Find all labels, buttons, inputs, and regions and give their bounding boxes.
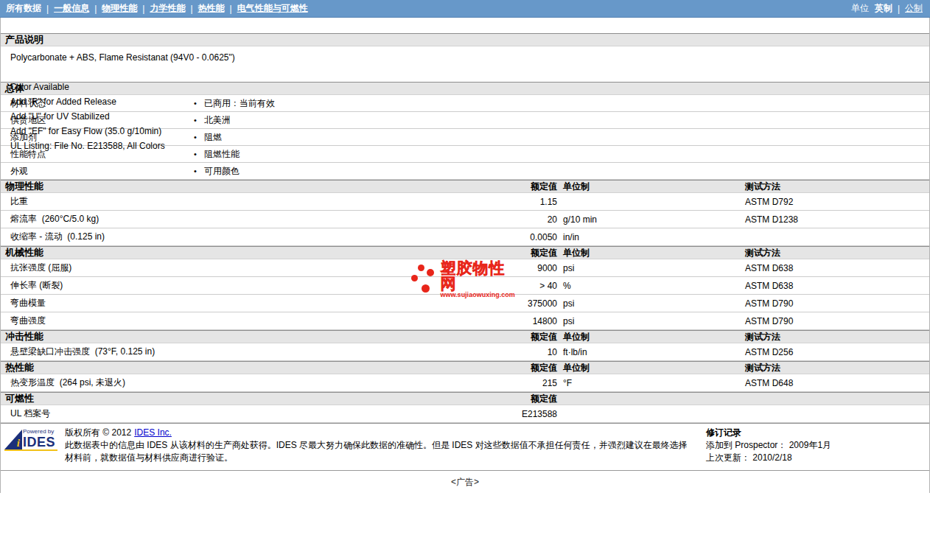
property-sections: 物理性能额定值单位制测试方法比重1.15ASTM D792熔流率 (260°C/… bbox=[1, 180, 929, 423]
revision-record: 修订记录 添加到 Prospector： 2009年1月上次更新： 2010/2… bbox=[706, 427, 923, 464]
property-row: 比重1.15ASTM D792 bbox=[1, 193, 929, 211]
property-name: 收缩率 - 流动 (0.125 in) bbox=[10, 231, 476, 243]
section-title: 热性能 bbox=[5, 361, 476, 374]
bullet-icon: • bbox=[194, 167, 204, 175]
property-method: ASTM D256 bbox=[745, 347, 929, 357]
units-label: 单位 bbox=[851, 2, 869, 15]
ides-logo-text: Powered by IDES bbox=[23, 427, 55, 449]
section-title-product: 产品说明 bbox=[5, 33, 43, 46]
nav-separator: | bbox=[230, 4, 232, 14]
property-value: 14800 bbox=[476, 316, 557, 326]
section-mechanical: 机械性能额定值单位制测试方法抗张强度 (屈服)9000psiASTM D638伸… bbox=[1, 246, 929, 330]
unit-options: 英制|公制 bbox=[875, 2, 923, 15]
bullet-icon: • bbox=[194, 99, 204, 108]
property-row: 弯曲强度14800psiASTM D790 bbox=[1, 312, 929, 330]
property-value: 0.0050 bbox=[476, 232, 557, 242]
bullet-icon: • bbox=[194, 150, 204, 158]
column-header-value: 额定值 bbox=[476, 393, 557, 405]
property-name: 热变形温度 (264 psi, 未退火) bbox=[10, 377, 476, 389]
nav-separator: | bbox=[190, 4, 192, 14]
general-row-value: 北美洲 bbox=[204, 114, 231, 127]
unit-option-1[interactable]: 英制 bbox=[875, 2, 892, 15]
nav-separator: | bbox=[46, 4, 49, 14]
section-title: 冲击性能 bbox=[5, 330, 476, 343]
property-name: 比重 bbox=[10, 195, 476, 208]
section-title: 可燃性 bbox=[5, 392, 476, 405]
property-row: 收缩率 - 流动 (0.125 in)0.0050in/in bbox=[1, 228, 929, 246]
nav-separator: | bbox=[142, 4, 144, 14]
revision-title: 修订记录 bbox=[706, 427, 923, 439]
section-physical: 物理性能额定值单位制测试方法比重1.15ASTM D792熔流率 (260°C/… bbox=[1, 180, 929, 246]
column-header-value: 额定值 bbox=[476, 247, 557, 259]
column-header-value: 额定值 bbox=[476, 331, 557, 343]
revision-line: 上次更新： 2010/2/18 bbox=[706, 452, 923, 464]
ides-logo[interactable]: i Powered by IDES bbox=[4, 427, 57, 451]
column-header-method: 测试方法 bbox=[745, 362, 929, 374]
unit-option-2[interactable]: 公制 bbox=[905, 2, 923, 15]
top-gap bbox=[1, 18, 929, 33]
section-flammability: 可燃性额定值UL 档案号E213588 bbox=[1, 392, 929, 423]
revision-lines: 添加到 Prospector： 2009年1月上次更新： 2010/2/18 bbox=[706, 439, 923, 464]
bullet-icon: • bbox=[194, 116, 204, 125]
column-header-method: 测试方法 bbox=[745, 247, 929, 259]
nav-tab-2[interactable]: 一般信息 bbox=[54, 2, 89, 15]
column-header-unit: 单位制 bbox=[557, 362, 745, 374]
property-method: ASTM D1238 bbox=[745, 214, 929, 225]
column-header-method: 测试方法 bbox=[745, 331, 929, 343]
column-header-value: 额定值 bbox=[476, 181, 557, 193]
nav-tab-5[interactable]: 热性能 bbox=[198, 2, 225, 15]
section-title: 机械性能 bbox=[5, 246, 476, 259]
general-row-value: 阻燃性能 bbox=[204, 148, 240, 161]
ides-triangle-icon: i bbox=[4, 430, 22, 449]
general-row: 性能特点•阻燃性能 bbox=[1, 146, 929, 163]
unit-switcher: 单位 英制|公制 bbox=[851, 2, 923, 15]
property-name: 弯曲强度 bbox=[10, 315, 476, 327]
property-row: 熔流率 (260°C/5.0 kg)20g/10 minASTM D1238 bbox=[1, 211, 929, 228]
product-features: Color AvailableAdd "R" for Added Release… bbox=[10, 65, 929, 80]
product-description: Polycarbonate + ABS, Flame Resistanat (9… bbox=[1, 46, 929, 82]
ides-monogram: i bbox=[17, 437, 20, 449]
section-header-physical: 物理性能额定值单位制测试方法 bbox=[1, 180, 929, 193]
property-value: > 40 bbox=[476, 281, 557, 291]
section-header-product: 产品说明 bbox=[1, 33, 929, 46]
property-unit: g/10 min bbox=[557, 214, 745, 225]
general-row-label: 材料状态 bbox=[10, 97, 194, 110]
property-method: ASTM D790 bbox=[745, 316, 929, 326]
column-header-value: 额定值 bbox=[476, 362, 557, 374]
ides-inc-link[interactable]: IDES Inc. bbox=[134, 427, 172, 438]
top-nav-bar: 所有数据|一般信息|物理性能|力学性能|热性能|电气性能与可燃性 单位 英制|公… bbox=[0, 0, 930, 18]
property-row: 弯曲模量375000psiASTM D790 bbox=[1, 295, 929, 312]
copyright-line: 版权所有 © 2012IDES Inc. bbox=[65, 427, 696, 439]
general-row-value: 阻燃 bbox=[204, 131, 222, 144]
property-value: 20 bbox=[476, 214, 557, 225]
column-header-unit: 单位制 bbox=[557, 331, 745, 343]
nav-tabs: 所有数据|一般信息|物理性能|力学性能|热性能|电气性能与可燃性 bbox=[6, 2, 851, 15]
property-unit: % bbox=[557, 281, 745, 291]
property-name: 伸长率 (断裂) bbox=[10, 279, 476, 292]
property-row: 热变形温度 (264 psi, 未退火)215°FASTM D648 bbox=[1, 374, 929, 392]
section-title: 物理性能 bbox=[5, 180, 476, 193]
nav-tab-1[interactable]: 所有数据 bbox=[6, 2, 41, 15]
nav-tab-6[interactable]: 电气性能与可燃性 bbox=[237, 2, 308, 15]
property-name: 弯曲模量 bbox=[10, 297, 476, 309]
property-value: 9000 bbox=[476, 263, 557, 273]
product-feature-line bbox=[10, 65, 929, 80]
revision-line: 添加到 Prospector： 2009年1月 bbox=[706, 439, 923, 452]
property-value: 10 bbox=[476, 347, 557, 357]
product-name: Polycarbonate + ABS, Flame Resistanat (9… bbox=[10, 50, 929, 65]
property-value: 215 bbox=[476, 378, 557, 388]
property-method: ASTM D648 bbox=[745, 378, 929, 388]
nav-tab-3[interactable]: 物理性能 bbox=[102, 2, 137, 15]
property-name: 抗张强度 (屈服) bbox=[10, 262, 476, 274]
column-header-unit: 单位制 bbox=[557, 247, 745, 259]
section-header-thermal: 热性能额定值单位制测试方法 bbox=[1, 361, 929, 374]
general-row-label: 添加剂 bbox=[10, 131, 194, 144]
section-title-general: 总体 bbox=[5, 82, 24, 95]
datasheet-content: 产品说明 Polycarbonate + ABS, Flame Resistan… bbox=[0, 18, 930, 493]
column-header-unit: 单位制 bbox=[557, 181, 745, 193]
nav-tab-4[interactable]: 力学性能 bbox=[150, 2, 185, 15]
ad-separator: <广告> bbox=[1, 470, 929, 493]
general-row-label: 外观 bbox=[10, 165, 194, 178]
section-header-flammability: 可燃性额定值 bbox=[1, 392, 929, 405]
section-header-mechanical: 机械性能额定值单位制测试方法 bbox=[1, 246, 929, 259]
